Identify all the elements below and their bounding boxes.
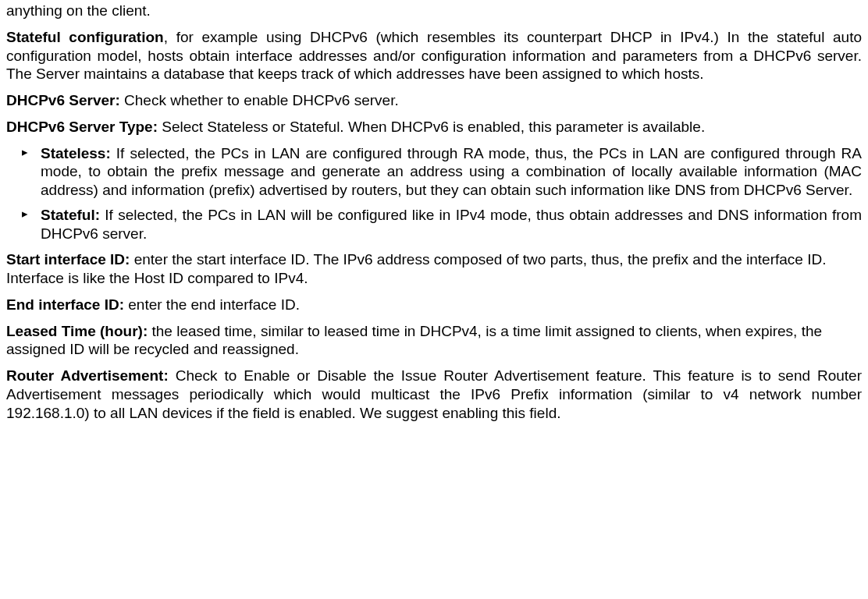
paragraph-stateful-config: Stateful configuration, for example usin… [6,28,862,83]
term-stateless: Stateless: [41,145,111,161]
list-item-stateful: Stateful: If selected, the PCs in LAN wi… [6,206,862,243]
text: If selected, the PCs in LAN are configur… [41,145,862,199]
text: Check whether to enable DHCPv6 server. [120,92,399,108]
text: anything on the client. [6,2,151,19]
text: Select Stateless or Stateful. When DHCPv… [158,119,705,135]
text: If selected, the PCs in LAN will be conf… [41,207,862,242]
paragraph-dhcpv6-server: DHCPv6 Server: Check whether to enable D… [6,91,862,110]
term-stateful-config: Stateful configuration [6,29,164,45]
paragraph-dhcpv6-server-type: DHCPv6 Server Type: Select Stateless or … [6,118,862,136]
term-start-interface-id: Start interface ID: [6,251,130,268]
term-stateful: Stateful: [41,207,100,223]
text: enter the start interface ID. The IPv6 a… [6,251,826,286]
document-body: anything on the client. Stateful configu… [0,0,868,439]
text: enter the end interface ID. [124,296,300,313]
paragraph-fragment: anything on the client. [6,2,862,20]
term-dhcpv6-server-type: DHCPv6 Server Type: [6,119,158,135]
term-router-advertisement: Router Advertisement: [6,367,169,384]
paragraph-end-interface-id: End interface ID: enter the end interfac… [6,296,862,314]
paragraph-leased-time: Leased Time (hour): the leased time, sim… [6,322,862,360]
option-list: Stateless: If selected, the PCs in LAN a… [6,144,862,243]
term-leased-time: Leased Time (hour): [6,323,148,339]
list-item-stateless: Stateless: If selected, the PCs in LAN a… [6,144,862,200]
term-end-interface-id: End interface ID: [6,296,124,313]
term-dhcpv6-server: DHCPv6 Server: [6,92,120,108]
paragraph-start-interface-id: Start interface ID: enter the start inte… [6,250,862,288]
paragraph-router-advertisement: Router Advertisement: Check to Enable or… [6,367,862,422]
